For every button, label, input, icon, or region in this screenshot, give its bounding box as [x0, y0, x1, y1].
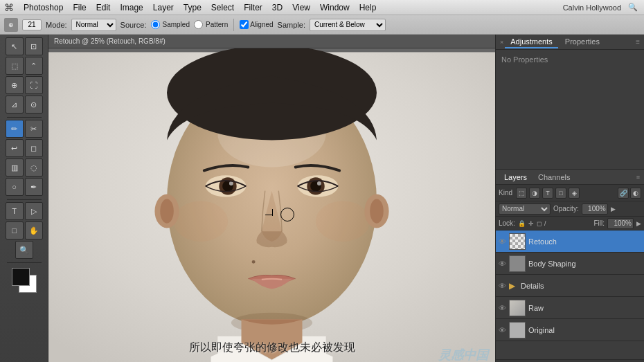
canvas-area[interactable]: Retouch @ 25% (Retouch, RGB/8#) — [48, 35, 495, 362]
lock-icon[interactable]: 🔒 — [518, 220, 526, 227]
menu-photoshop[interactable]: Photoshop — [19, 3, 67, 12]
mode-label: Mode: — [46, 21, 67, 29]
filter-shape-btn[interactable]: □ — [555, 188, 566, 199]
tab-adjustments[interactable]: Adjustments — [505, 36, 558, 48]
menu-file[interactable]: File — [69, 3, 90, 12]
menu-window[interactable]: Window — [316, 3, 354, 12]
tool-row-10: □ ✋ — [6, 221, 43, 239]
menu-right-area: Calvin Hollywood 🔍 — [561, 3, 640, 12]
tool-row-11: 🔍 — [15, 241, 33, 259]
menu-help[interactable]: Help — [355, 3, 381, 12]
filter-pixel-btn[interactable]: ⬚ — [516, 188, 527, 199]
layer-action-btns: 🔗 ◐ — [618, 188, 641, 199]
lasso-tool[interactable]: ⌃ — [25, 57, 43, 75]
zoom-tool[interactable]: 🔍 — [15, 241, 33, 259]
crop-tool[interactable]: ⛶ — [25, 76, 43, 94]
layer-link-btn[interactable]: 🔗 — [618, 188, 629, 199]
history-brush-tool[interactable]: ↩ — [6, 139, 24, 157]
spot-heal-tool[interactable]: ⊙ — [25, 96, 43, 114]
tool-row-6: ↩ ◻ — [6, 139, 43, 157]
visibility-retouch[interactable]: 👁 — [499, 237, 506, 246]
layer-row-retouch[interactable]: 👁 Retouch — [496, 230, 644, 253]
layer-name-details: Details — [521, 282, 641, 290]
dodge-tool[interactable]: ○ — [6, 178, 24, 196]
tool-row-3: ⊕ ⛶ — [6, 76, 43, 94]
brush-tool[interactable]: ✏ — [6, 120, 24, 138]
menu-3d[interactable]: 3D — [268, 3, 287, 12]
layer-row-original[interactable]: 👁 Original — [496, 319, 644, 341]
type-tool[interactable]: T — [6, 202, 24, 220]
opacity-value[interactable]: 100% — [582, 203, 608, 215]
clone-tool[interactable]: ✂ — [25, 120, 43, 138]
layer-row-raw[interactable]: 👁 Raw — [496, 297, 644, 319]
fill-value[interactable]: 100% — [607, 218, 634, 229]
search-icon[interactable]: 🔍 — [626, 3, 640, 12]
opacity-label: Opacity: — [553, 205, 579, 212]
tool-row-7: ▥ ◌ — [6, 159, 43, 177]
menu-view[interactable]: View — [288, 3, 314, 12]
foreground-color[interactable] — [12, 268, 30, 286]
pattern-radio[interactable]: Pattern — [194, 20, 228, 29]
source-label: Source: — [120, 21, 147, 29]
layers-panel: Layers Channels ≡ Kind ⬚ ◑ T □ ◈ 🔗 ◐ — [496, 170, 644, 362]
lock-pos-icon[interactable]: ✛ — [528, 220, 534, 227]
tools-panel: ↖ ⊡ ⬚ ⌃ ⊕ ⛶ ⊿ ⊙ ✏ ✂ ↩ ◻ ▥ ◌ ○ ✒ — [0, 35, 48, 362]
pen-tool[interactable]: ✒ — [25, 178, 43, 196]
visibility-original[interactable]: 👁 — [499, 326, 506, 334]
blend-mode-select[interactable]: Normal — [499, 203, 551, 215]
eraser-tool[interactable]: ◻ — [25, 139, 43, 157]
brush-size-input[interactable] — [22, 19, 42, 30]
menu-select[interactable]: Select — [207, 3, 238, 12]
folder-icon-details: ▶ — [509, 281, 515, 291]
visibility-details[interactable]: 👁 — [499, 282, 506, 290]
sample-select[interactable]: Current & Below — [310, 19, 386, 31]
menu-edit[interactable]: Edit — [92, 3, 115, 12]
tab-channels[interactable]: Channels — [534, 172, 574, 183]
canvas-tab[interactable]: Retouch @ 25% (Retouch, RGB/8#) — [48, 35, 495, 48]
menu-layer[interactable]: Layer — [149, 3, 178, 12]
fill-arrow[interactable]: ▶ — [636, 220, 641, 227]
eyedropper-tool[interactable]: ⊿ — [6, 96, 24, 114]
quick-select-tool[interactable]: ⊕ — [6, 76, 24, 94]
lock-pixel-icon[interactable]: ◻ — [537, 220, 542, 227]
tab-properties[interactable]: Properties — [560, 36, 605, 48]
svg-point-13 — [317, 181, 321, 185]
menu-type[interactable]: Type — [179, 3, 206, 12]
blur-tool[interactable]: ◌ — [25, 159, 43, 177]
filter-type-btn[interactable]: T — [542, 188, 553, 199]
gradient-tool[interactable]: ▥ — [6, 159, 24, 177]
blend-row: Normal Opacity: 100% ▶ — [496, 201, 644, 217]
mode-select[interactable]: Normal — [71, 19, 116, 31]
shape-tool[interactable]: □ — [6, 221, 24, 239]
svg-point-21 — [370, 199, 384, 223]
heal-tool-icon[interactable]: ⊕ — [4, 18, 18, 32]
layer-row-body-shaping[interactable]: 👁 Body Shaping — [496, 253, 644, 275]
aligned-checkbox[interactable]: Aligned — [240, 20, 273, 29]
layer-row-details[interactable]: 👁 ▶ Details — [496, 275, 644, 297]
artboard-tool[interactable]: ⊡ — [25, 37, 43, 55]
adj-panel-expand[interactable]: ≡ — [636, 38, 640, 46]
path-select-tool[interactable]: ▷ — [25, 202, 43, 220]
menu-image[interactable]: Image — [116, 3, 147, 12]
filter-smart-btn[interactable]: ◈ — [569, 188, 580, 199]
lock-all-icon[interactable]: / — [544, 220, 546, 227]
layer-name-retouch: Retouch — [528, 237, 641, 246]
hand-tool[interactable]: ✋ — [25, 221, 43, 239]
sample-label: Sample: — [278, 21, 305, 29]
layer-filter-toggle[interactable]: ◐ — [630, 188, 641, 199]
tab-layers[interactable]: Layers — [500, 172, 531, 183]
marquee-tool[interactable]: ⬚ — [6, 57, 24, 75]
visibility-raw[interactable]: 👁 — [499, 304, 506, 312]
sampled-radio[interactable]: Sampled — [151, 20, 190, 29]
adj-panel-close[interactable]: × — [500, 39, 503, 46]
apple-logo[interactable]: ⌘ — [4, 2, 14, 13]
move-tool[interactable]: ↖ — [6, 37, 24, 55]
tool-row-1: ↖ ⊡ — [6, 37, 43, 55]
layers-panel-expand[interactable]: ≡ — [636, 174, 640, 181]
menu-filter[interactable]: Filter — [240, 3, 267, 12]
visibility-body-shaping[interactable]: 👁 — [499, 260, 506, 268]
canvas-content[interactable]: 所以即使夸张的修改也未必被发现 灵感中国 linggangchina.com — [48, 48, 495, 362]
filter-adjust-btn[interactable]: ◑ — [529, 188, 540, 199]
color-swatch-area — [12, 268, 37, 293]
opacity-arrow[interactable]: ▶ — [611, 206, 616, 212]
